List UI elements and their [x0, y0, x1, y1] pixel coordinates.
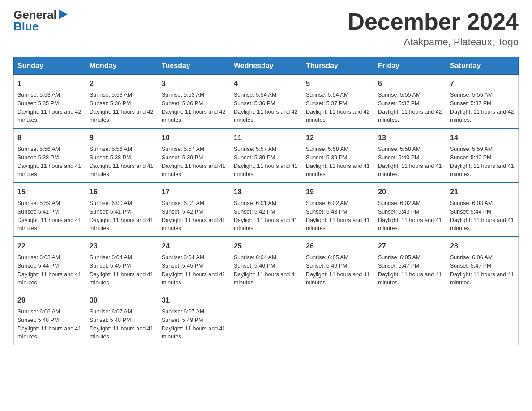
table-row: 9 Sunrise: 5:56 AM Sunset: 5:38 PM Dayli… — [86, 128, 158, 183]
day-number: 24 — [162, 241, 226, 252]
day-number: 27 — [378, 241, 442, 252]
calendar-week-row: 29 Sunrise: 6:06 AM Sunset: 5:48 PM Dayl… — [14, 291, 519, 345]
day-info: Sunrise: 6:00 AM Sunset: 5:41 PM Dayligh… — [90, 199, 154, 233]
table-row: 28 Sunrise: 6:06 AM Sunset: 5:47 PM Dayl… — [446, 237, 519, 291]
calendar-week-row: 1 Sunrise: 5:53 AM Sunset: 5:35 PM Dayli… — [14, 75, 519, 129]
month-title: December 2024 — [348, 9, 519, 34]
day-number: 21 — [450, 187, 515, 197]
day-number: 22 — [17, 241, 82, 252]
day-info: Sunrise: 5:55 AM Sunset: 5:37 PM Dayligh… — [450, 91, 515, 124]
table-row: 26 Sunrise: 6:05 AM Sunset: 5:46 PM Dayl… — [302, 237, 374, 291]
table-row: 18 Sunrise: 6:01 AM Sunset: 5:42 PM Dayl… — [230, 183, 302, 237]
day-info: Sunrise: 5:59 AM Sunset: 5:41 PM Dayligh… — [17, 199, 82, 233]
day-info: Sunrise: 6:01 AM Sunset: 5:42 PM Dayligh… — [234, 199, 298, 233]
day-info: Sunrise: 6:03 AM Sunset: 5:44 PM Dayligh… — [450, 199, 515, 233]
day-number: 4 — [234, 78, 298, 89]
day-number: 18 — [234, 187, 298, 197]
day-number: 1 — [17, 78, 82, 89]
header-friday: Friday — [374, 57, 446, 75]
table-row: 30 Sunrise: 6:07 AM Sunset: 5:48 PM Dayl… — [86, 291, 158, 345]
logo-text-general: General — [13, 9, 57, 21]
day-number: 13 — [378, 133, 442, 143]
day-number: 6 — [378, 78, 442, 89]
day-info: Sunrise: 6:02 AM Sunset: 5:43 PM Dayligh… — [378, 199, 442, 233]
logo-arrow-icon — [59, 9, 68, 19]
table-row: 25 Sunrise: 6:04 AM Sunset: 5:46 PM Dayl… — [230, 237, 302, 291]
table-row: 19 Sunrise: 6:02 AM Sunset: 5:43 PM Dayl… — [302, 183, 374, 237]
day-number: 29 — [17, 295, 82, 306]
day-info: Sunrise: 6:03 AM Sunset: 5:44 PM Dayligh… — [17, 253, 82, 287]
header-tuesday: Tuesday — [158, 57, 230, 75]
logo: General Blue — [13, 9, 68, 32]
table-row: 17 Sunrise: 6:01 AM Sunset: 5:42 PM Dayl… — [158, 183, 230, 237]
table-row: 11 Sunrise: 5:57 AM Sunset: 5:39 PM Dayl… — [230, 128, 302, 183]
table-row: 14 Sunrise: 5:59 AM Sunset: 5:40 PM Dayl… — [446, 128, 519, 183]
day-number: 9 — [90, 133, 154, 143]
table-row: 6 Sunrise: 5:55 AM Sunset: 5:37 PM Dayli… — [374, 75, 446, 129]
day-number: 5 — [306, 78, 370, 89]
day-info: Sunrise: 5:55 AM Sunset: 5:37 PM Dayligh… — [378, 91, 442, 124]
header-sunday: Sunday — [14, 57, 86, 75]
day-number: 12 — [306, 133, 370, 143]
day-info: Sunrise: 5:54 AM Sunset: 5:37 PM Dayligh… — [306, 91, 370, 124]
day-number: 25 — [234, 241, 298, 252]
header-saturday: Saturday — [446, 57, 519, 75]
day-number: 28 — [450, 241, 515, 252]
day-number: 19 — [306, 187, 370, 197]
day-info: Sunrise: 6:06 AM Sunset: 5:47 PM Dayligh… — [450, 253, 515, 287]
table-row — [230, 291, 302, 345]
day-info: Sunrise: 5:59 AM Sunset: 5:40 PM Dayligh… — [450, 145, 515, 179]
table-row: 5 Sunrise: 5:54 AM Sunset: 5:37 PM Dayli… — [302, 75, 374, 129]
day-number: 2 — [90, 78, 154, 89]
table-row — [302, 291, 374, 345]
day-info: Sunrise: 5:56 AM Sunset: 5:38 PM Dayligh… — [17, 145, 82, 179]
day-number: 8 — [17, 133, 82, 143]
title-area: December 2024 Atakpame, Plateaux, Togo — [348, 9, 519, 48]
day-info: Sunrise: 5:57 AM Sunset: 5:39 PM Dayligh… — [234, 145, 298, 179]
table-row: 23 Sunrise: 6:04 AM Sunset: 5:45 PM Dayl… — [86, 237, 158, 291]
table-row: 7 Sunrise: 5:55 AM Sunset: 5:37 PM Dayli… — [446, 75, 519, 129]
location: Atakpame, Plateaux, Togo — [348, 36, 519, 48]
day-info: Sunrise: 5:57 AM Sunset: 5:39 PM Dayligh… — [162, 145, 226, 179]
calendar-table: Sunday Monday Tuesday Wednesday Thursday… — [13, 57, 519, 345]
day-info: Sunrise: 5:53 AM Sunset: 5:35 PM Dayligh… — [17, 91, 82, 124]
day-info: Sunrise: 6:07 AM Sunset: 5:49 PM Dayligh… — [162, 308, 226, 341]
weekday-header-row: Sunday Monday Tuesday Wednesday Thursday… — [14, 57, 519, 75]
table-row: 13 Sunrise: 5:58 AM Sunset: 5:40 PM Dayl… — [374, 128, 446, 183]
table-row: 10 Sunrise: 5:57 AM Sunset: 5:39 PM Dayl… — [158, 128, 230, 183]
day-info: Sunrise: 5:54 AM Sunset: 5:36 PM Dayligh… — [234, 91, 298, 124]
table-row — [374, 291, 446, 345]
day-number: 14 — [450, 133, 515, 143]
page: General Blue December 2024 Atakpame, Pla… — [0, 0, 532, 354]
day-info: Sunrise: 6:04 AM Sunset: 5:45 PM Dayligh… — [90, 253, 154, 287]
table-row: 2 Sunrise: 5:53 AM Sunset: 5:36 PM Dayli… — [86, 75, 158, 129]
day-info: Sunrise: 6:04 AM Sunset: 5:46 PM Dayligh… — [234, 253, 298, 287]
day-number: 23 — [90, 241, 154, 252]
svg-marker-0 — [59, 9, 68, 19]
table-row: 12 Sunrise: 5:58 AM Sunset: 5:39 PM Dayl… — [302, 128, 374, 183]
table-row: 29 Sunrise: 6:06 AM Sunset: 5:48 PM Dayl… — [14, 291, 86, 345]
day-number: 11 — [234, 133, 298, 143]
day-number: 16 — [90, 187, 154, 197]
day-info: Sunrise: 5:53 AM Sunset: 5:36 PM Dayligh… — [162, 91, 226, 124]
day-number: 3 — [162, 78, 226, 89]
header: General Blue December 2024 Atakpame, Pla… — [13, 9, 519, 48]
day-info: Sunrise: 6:05 AM Sunset: 5:46 PM Dayligh… — [306, 253, 370, 287]
table-row: 21 Sunrise: 6:03 AM Sunset: 5:44 PM Dayl… — [446, 183, 519, 237]
table-row: 4 Sunrise: 5:54 AM Sunset: 5:36 PM Dayli… — [230, 75, 302, 129]
table-row: 16 Sunrise: 6:00 AM Sunset: 5:41 PM Dayl… — [86, 183, 158, 237]
table-row — [446, 291, 519, 345]
day-number: 26 — [306, 241, 370, 252]
logo-text-blue: Blue — [13, 21, 39, 32]
day-number: 30 — [90, 295, 154, 306]
header-monday: Monday — [86, 57, 158, 75]
calendar-week-row: 22 Sunrise: 6:03 AM Sunset: 5:44 PM Dayl… — [14, 237, 519, 291]
table-row: 31 Sunrise: 6:07 AM Sunset: 5:49 PM Dayl… — [158, 291, 230, 345]
table-row: 1 Sunrise: 5:53 AM Sunset: 5:35 PM Dayli… — [14, 75, 86, 129]
table-row: 24 Sunrise: 6:04 AM Sunset: 5:45 PM Dayl… — [158, 237, 230, 291]
day-info: Sunrise: 5:56 AM Sunset: 5:38 PM Dayligh… — [90, 145, 154, 179]
table-row: 27 Sunrise: 6:05 AM Sunset: 5:47 PM Dayl… — [374, 237, 446, 291]
day-number: 10 — [162, 133, 226, 143]
day-number: 20 — [378, 187, 442, 197]
day-info: Sunrise: 6:01 AM Sunset: 5:42 PM Dayligh… — [162, 199, 226, 233]
